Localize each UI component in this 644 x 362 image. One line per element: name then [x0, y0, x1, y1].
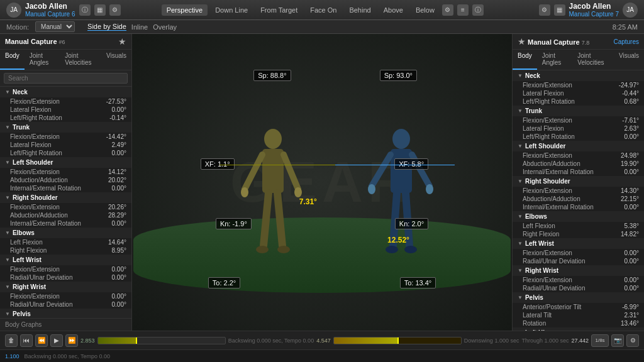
btn-play[interactable]: ▶ [50, 334, 63, 347]
svg-line-6 [264, 193, 269, 246]
motion-dropdown[interactable]: Manual [35, 21, 75, 32]
line-h-2 [335, 165, 455, 165]
svg-point-4 [241, 187, 248, 197]
left-rightwrist-row-2: Radial/Ulnar Deviation 0.00° [0, 300, 131, 309]
tab-jointvel-right[interactable]: Joint Velocities [572, 50, 614, 70]
svg-line-12 [372, 155, 391, 186]
right-panel-title: Manual Capture [528, 38, 580, 46]
gear-icon-left[interactable]: ⚙ [109, 4, 121, 16]
svg-rect-1 [262, 149, 284, 193]
btn-step-back[interactable]: ⏪ [35, 334, 48, 347]
view-mode-labels: Side by Side Inline Overlay [87, 23, 177, 31]
right-top-icons: ⚙ ▦ [539, 4, 565, 16]
rightwrist-label: Right Wrist [13, 283, 46, 290]
to1-label: To: 2.2° [208, 277, 240, 288]
right-panel-body: ▼ Neck Flexion/Extension -24.97° Lateral… [513, 70, 644, 331]
right-section-leftwrist: ▼ Left Wrist [513, 238, 644, 249]
line-h-1 [219, 165, 345, 165]
svg-line-2 [245, 155, 262, 189]
btn-trash[interactable]: 🗑 [5, 334, 18, 347]
figure-left [238, 126, 308, 290]
center-viewport[interactable]: GEAR [132, 34, 512, 331]
tab-visuals-right[interactable]: Visuals [614, 50, 644, 70]
motion-label: Motion: [6, 23, 29, 31]
chart-icon[interactable]: ▦ [94, 4, 106, 16]
right-rightshoulder-row-1: Flexion/Extension 14.30° [513, 187, 644, 195]
svg-rect-11 [391, 149, 412, 193]
tab-below[interactable]: Below [411, 4, 440, 16]
settings-icon[interactable]: ⚙ [442, 4, 453, 16]
right-leftwrist-row-1: Flexion/Extension 0.00° [513, 249, 644, 257]
figure-right [367, 126, 436, 290]
second-bar: Motion: Manual Side by Side Inline Overl… [0, 20, 644, 34]
inline-label[interactable]: Inline [131, 23, 148, 31]
timeline-right[interactable] [333, 337, 462, 344]
right-leftshoulder-row-2: Abduction/Adduction 19.90° [513, 160, 644, 168]
sidebyside-label[interactable]: Side by Side [87, 23, 126, 31]
left-section-leftwrist: ▼ Left Wrist [0, 255, 131, 265]
tab-faceon[interactable]: Face On [305, 4, 341, 16]
left-leftshoulder-row-3: Internal/External Rotation 0.00° [0, 184, 131, 192]
info-icon-center[interactable]: ⓘ [472, 4, 484, 16]
btn-fps[interactable]: 1/8s [591, 334, 609, 347]
right-leftshoulder-row-1: Flexion/Extension 24.98° [513, 151, 644, 160]
right-panel-tabs: Body Joint Angles Joint Velocities Visua… [513, 50, 644, 70]
svg-point-14 [368, 184, 375, 194]
tab-jointvel-left[interactable]: Joint Velocities [60, 50, 101, 70]
tab-body-left[interactable]: Body [0, 50, 25, 70]
right-pelvis-row-1: Anterior/Posterior Tilt -6.99° [513, 303, 644, 311]
right-avatar: JA [623, 3, 638, 18]
svg-point-10 [392, 129, 410, 149]
btn-skip-back[interactable]: ⏮ [20, 334, 33, 347]
value1: 2.853 [80, 337, 95, 344]
info-icon[interactable]: ⓘ [79, 4, 91, 16]
right-star-icon[interactable]: ★ [518, 36, 526, 47]
timeline-right-marker [397, 337, 399, 344]
right-neck-row-1: Flexion/Extension -24.97° [513, 81, 644, 89]
right-captures-link[interactable]: Captures [613, 38, 639, 45]
tab-fromtarget[interactable]: From Target [255, 4, 303, 16]
tab-above[interactable]: Above [379, 4, 408, 16]
status-bar: 1.100 Backswing 0.000 sec, Tempo 0.00 [0, 349, 644, 362]
tab-jointangles-right[interactable]: Joint Angles [537, 50, 572, 70]
left-trunk-row-1: Flexion/Extension -14.42° [0, 133, 131, 141]
value4: 27.442 [571, 337, 589, 344]
right-neck-label: Neck [525, 72, 540, 79]
right-leftshoulder-row-3: Internal/External Rotation 0.00° [513, 168, 644, 176]
right-trunk-row-2: Lateral Flexion 2.63° [513, 124, 644, 133]
btn-settings-bottom[interactable]: ⚙ [626, 334, 639, 347]
menu-icon[interactable]: ≡ [457, 4, 469, 16]
gear-icon-right[interactable]: ⚙ [539, 4, 550, 16]
left-neck-row-3: Left/Right Rotation -0.14° [0, 114, 131, 122]
tab-visuals-left[interactable]: Visuals [101, 50, 131, 70]
tab-perspective[interactable]: Perspective [162, 4, 208, 16]
sp1-label: Sp: 88.8° [253, 70, 291, 81]
right-pelvis-row-3: Rotation 13.46° [513, 319, 644, 327]
tab-body-right[interactable]: Body [513, 50, 537, 70]
info-left: Backswing 0.000 sec, Tempo 0.00 [228, 337, 314, 344]
neck-label: Neck [13, 89, 28, 96]
right-section-rightshoulder: ▼ Right Shoulder [513, 176, 644, 187]
chart-icon-right[interactable]: ▦ [554, 4, 565, 16]
overlay-label[interactable]: Overlay [153, 23, 177, 31]
svg-point-0 [264, 129, 282, 149]
tab-behind[interactable]: Behind [344, 4, 375, 16]
tab-downline[interactable]: Down Line [210, 4, 253, 16]
kn1-label: Kn: -1.9° [216, 218, 252, 229]
right-section-trunk: ▼ Trunk [513, 106, 644, 116]
tab-jointangles-left[interactable]: Joint Angles [25, 50, 60, 70]
left-rightshoulder-row-2: Abduction/Adduction 28.29° [0, 211, 131, 219]
right-panel: ★ Manual Capture 7.8 Captures Body Joint… [512, 34, 644, 331]
left-panel-search [0, 70, 131, 87]
figure-right-svg [367, 126, 436, 290]
left-section-leftshoulder: ▼ Left Shoulder [0, 157, 131, 168]
right-leftwrist-row-2: Radial/Ulnar Deviation 0.00° [513, 257, 644, 265]
left-search-input[interactable] [4, 73, 128, 84]
timeline-left[interactable] [97, 337, 226, 344]
value2: 1.100 [5, 353, 19, 359]
left-star-icon[interactable]: ★ [118, 36, 126, 47]
btn-step-fwd[interactable]: ⏩ [65, 334, 78, 347]
right-trunk-row-3: Left/Right Rotation 0.00° [513, 133, 644, 141]
btn-camera[interactable]: 📷 [611, 334, 624, 347]
elbows-label: Elbows [13, 229, 35, 236]
